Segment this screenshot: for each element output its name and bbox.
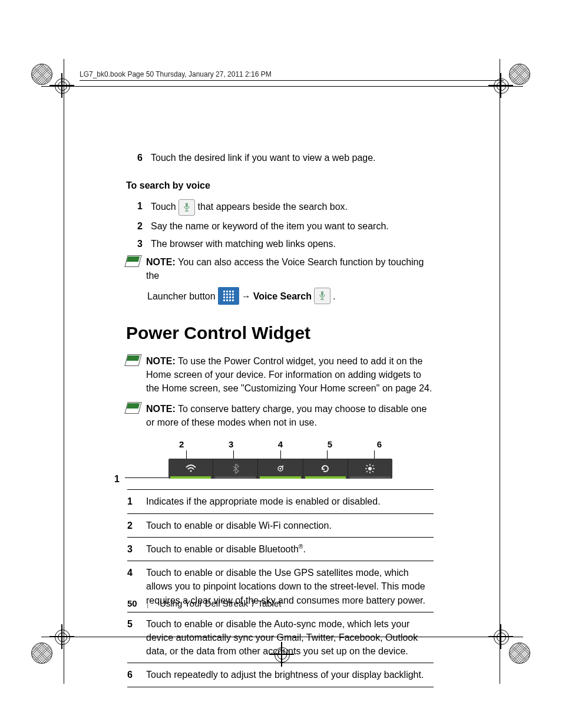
table-value: Touch to enable or disable Bluetooth®.	[146, 537, 434, 561]
table-value: Indicates if the appropriate mode is ena…	[146, 490, 434, 513]
text-fragment: To use the Power Control widget, you nee…	[146, 356, 432, 393]
ornament-icon	[31, 643, 52, 664]
text-fragment: .	[333, 289, 335, 303]
table-value: Touch repeatedly to adjust the brightnes…	[146, 663, 434, 687]
step-text: Say the name or keyword of the item you …	[151, 219, 434, 233]
callout-number: 4	[278, 438, 283, 451]
crop-line	[41, 86, 523, 87]
callout-number: 1	[114, 472, 120, 486]
note-block: NOTE: To use the Power Control widget, y…	[126, 354, 434, 396]
note-text: NOTE: To use the Power Control widget, y…	[146, 354, 434, 396]
text-fragment: To conserve battery charge, you may choo…	[146, 404, 427, 427]
bluetooth-toggle-icon	[213, 459, 258, 479]
table-row: 6Touch repeatedly to adjust the brightne…	[127, 663, 434, 687]
step-item: 2 Say the name or keyword of the item yo…	[127, 219, 434, 233]
svg-point-9	[368, 467, 372, 470]
svg-line-17	[366, 471, 368, 472]
note-text: NOTE: To conserve battery charge, you ma…	[146, 402, 434, 429]
table-key: 6	[127, 663, 146, 687]
running-head: LG7_bk0.book Page 50 Thursday, January 2…	[80, 70, 504, 81]
note-label: NOTE:	[146, 404, 176, 414]
table-value: Touch to enable or disable Wi-Fi connect…	[146, 513, 434, 537]
callout-number: 2	[179, 438, 184, 451]
launcher-icon	[218, 287, 239, 305]
crop-line	[64, 59, 64, 684]
step-item: 1 Touch that appears beside the search b…	[127, 199, 434, 216]
note-continuation: Launcher button → Voice Search .	[147, 287, 434, 305]
table-row: 2Touch to enable or disable Wi-Fi connec…	[127, 513, 434, 537]
microphone-icon	[314, 288, 330, 304]
svg-line-14	[366, 465, 368, 466]
callout-ticks	[168, 450, 392, 459]
ornament-icon	[509, 64, 530, 85]
ornament-icon	[31, 64, 52, 85]
step-text: Touch that appears beside the search box…	[151, 199, 434, 216]
note-block: NOTE: To conserve battery charge, you ma…	[126, 402, 434, 429]
table-key: 5	[127, 612, 146, 663]
power-control-widget	[168, 459, 392, 479]
svg-point-6	[190, 470, 191, 472]
step-number: 1	[127, 199, 143, 216]
note-icon	[126, 255, 140, 267]
callout-number: 5	[328, 438, 332, 451]
note-block: NOTE: You can also access the Voice Sear…	[126, 255, 434, 282]
step-number: 6	[127, 151, 143, 164]
footer-divider: |	[147, 598, 149, 608]
table-key: 2	[127, 513, 146, 537]
text-fragment: that appears beside the search box.	[198, 202, 348, 212]
svg-rect-3	[321, 291, 323, 296]
callout-table: 1Indicates if the appropriate mode is en…	[127, 489, 434, 687]
section-heading: Power Control Widget	[126, 320, 434, 346]
voice-search-label: Voice Search	[253, 289, 312, 303]
text-fragment: Touch	[151, 202, 178, 212]
text-fragment: You can also access the Voice Search fun…	[146, 257, 424, 281]
text-fragment: Touch to enable or disable Bluetooth	[146, 544, 299, 554]
note-icon	[126, 402, 140, 414]
callout-number: 3	[229, 438, 233, 451]
text-fragment: .	[303, 544, 306, 554]
running-head-text: LG7_bk0.book Page 50 Thursday, January 2…	[80, 70, 272, 78]
step-number: 3	[127, 237, 143, 251]
chapter-title: Using Your Dell Streak 7 Tablet	[160, 598, 282, 608]
brightness-toggle-icon	[348, 459, 392, 479]
sync-toggle-icon	[303, 459, 348, 479]
note-icon	[126, 354, 140, 366]
registered-trademark-icon: ®	[299, 543, 303, 550]
subheading-voice-search: To search by voice	[126, 179, 434, 192]
microphone-icon	[178, 199, 195, 216]
svg-line-15	[372, 471, 373, 472]
table-row: 3Touch to enable or disable Bluetooth®.	[127, 537, 434, 561]
wifi-toggle-icon	[168, 459, 213, 479]
page-number: 50	[127, 598, 137, 608]
power-control-figure: 2 3 4 5 6 1	[168, 438, 392, 479]
callout-number: 6	[377, 438, 382, 451]
text-fragment: Launcher button	[147, 289, 216, 303]
note-label: NOTE:	[146, 257, 176, 267]
svg-line-16	[372, 465, 373, 466]
step-number: 2	[127, 219, 143, 233]
callout-leader-line	[125, 477, 168, 478]
step-item: 6 Touch the desired link if you want to …	[127, 151, 434, 164]
table-row: 5Touch to enable or disable the Auto-syn…	[127, 612, 434, 663]
table-key: 3	[127, 537, 146, 561]
page: LG7_bk0.book Page 50 Thursday, January 2…	[0, 0, 562, 728]
callout-row: 2 3 4 5 6	[168, 438, 392, 451]
table-value: Touch to enable or disable the Auto-sync…	[146, 612, 434, 663]
note-label: NOTE:	[146, 356, 176, 366]
svg-point-8	[280, 468, 282, 470]
step-item: 3 The browser with matching web links op…	[127, 237, 434, 251]
table-row: 1Indicates if the appropriate mode is en…	[127, 490, 434, 513]
arrow-icon: →	[242, 289, 251, 303]
svg-rect-0	[186, 203, 188, 207]
step-text: The browser with matching web links open…	[151, 237, 434, 251]
gps-toggle-icon	[258, 459, 303, 479]
registration-mark-icon	[53, 77, 71, 94]
crop-line	[500, 59, 500, 684]
ornament-icon	[509, 643, 530, 664]
table-key: 1	[127, 490, 146, 513]
page-footer: 50 | Using Your Dell Streak 7 Tablet	[127, 598, 281, 608]
note-text: NOTE: You can also access the Voice Sear…	[146, 255, 434, 282]
step-text: Touch the desired link if you want to vi…	[151, 151, 434, 164]
